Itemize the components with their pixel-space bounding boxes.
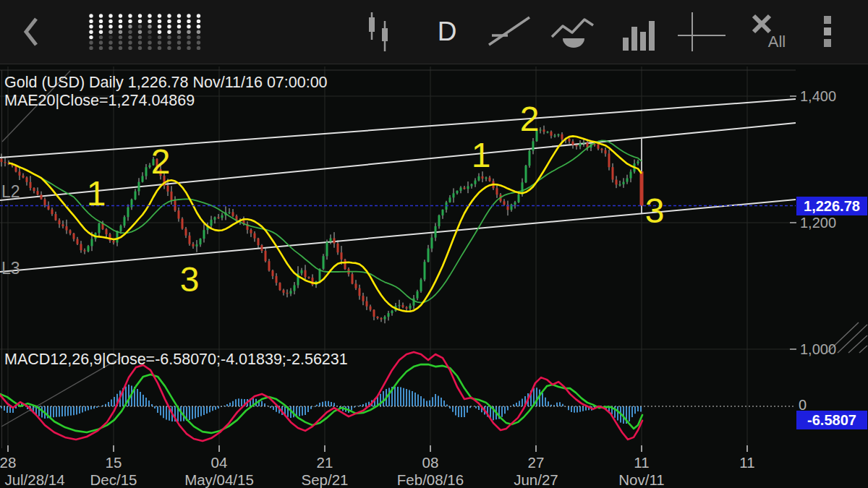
candle-body (37, 191, 39, 194)
candle-body (265, 251, 267, 261)
logo-dot (89, 30, 93, 34)
overflow-menu-button[interactable] (813, 0, 842, 64)
logo-dot (89, 14, 93, 17)
candle-body (294, 285, 296, 291)
wave-label[interactable]: 3 (180, 260, 200, 299)
logo-dot (167, 25, 171, 28)
macd-indicator-label: MACD12,26,9|Close=-6.58070;-4.01839;-2.5… (4, 351, 348, 368)
candle-body (308, 277, 310, 278)
logo-dot (187, 30, 190, 34)
clear-all-button[interactable]: All (744, 0, 793, 64)
candle-body (116, 231, 119, 243)
candle-body (113, 241, 115, 242)
candle-body (352, 274, 354, 283)
price-axis-label: 1,000 (800, 341, 836, 357)
candle-body (424, 262, 426, 279)
candle-body (442, 210, 444, 215)
logo-dot (138, 20, 142, 23)
last-price-badge-text: 1,226.78 (804, 198, 860, 214)
logo-dot (158, 46, 161, 50)
logo-dot (119, 14, 122, 17)
timeframe-button[interactable]: D (428, 0, 466, 64)
logo-dot (148, 46, 151, 50)
candle-body (268, 261, 271, 270)
candle-body (178, 210, 180, 218)
logo-dot (158, 30, 161, 34)
wave-label[interactable]: 2 (151, 142, 171, 181)
price-axis-label: 1,400 (800, 88, 836, 104)
logo-dot (158, 14, 161, 17)
logo-dot (99, 20, 103, 23)
logo-dot (119, 35, 122, 39)
crosshair-icon (673, 9, 733, 54)
candle-body (250, 230, 252, 234)
candle-body (138, 182, 140, 192)
candle-body (373, 310, 375, 317)
candle-body (55, 214, 57, 221)
volume-button[interactable] (619, 0, 660, 64)
logo-dot (177, 35, 181, 39)
candle-body (333, 238, 336, 243)
logo-dot (167, 14, 171, 17)
logo-dot (177, 14, 181, 17)
logo-dot (109, 25, 112, 28)
logo-dot (177, 46, 181, 50)
candle-body (420, 280, 422, 291)
candle-body (547, 132, 549, 132)
candle-body (576, 145, 578, 147)
candle-body (626, 179, 629, 182)
x-axis-day-label: 11 (634, 454, 649, 471)
candle-body (59, 221, 61, 225)
back-button[interactable] (13, 0, 49, 64)
app-logo[interactable] (81, 0, 211, 64)
logo-dot (197, 46, 200, 50)
last-candle-body (640, 171, 644, 205)
candle-body (171, 192, 173, 200)
candle-body (106, 229, 108, 234)
candle-body (529, 150, 531, 166)
wave-label[interactable]: 2 (520, 100, 540, 138)
logo-dot (197, 30, 200, 34)
x-axis-date-label: Nov/11 (618, 471, 664, 488)
wave-label[interactable]: 1 (472, 136, 491, 174)
candle-body (453, 193, 455, 197)
candle-body (254, 234, 256, 239)
chart-canvas[interactable]: L2L3 1,4001,2001,00028Jul/28/1415Dec/150… (0, 0, 868, 488)
candle-body (359, 288, 361, 296)
candle-body (167, 186, 169, 192)
candle-body (402, 305, 404, 307)
candle-body (558, 134, 560, 136)
wave-label[interactable]: 1 (87, 174, 106, 213)
logo-dot (138, 35, 142, 39)
candle-body (399, 305, 401, 306)
candle-body (362, 296, 365, 301)
logo-dot (109, 30, 112, 34)
candle-body (305, 270, 307, 277)
logo-dot (119, 20, 122, 23)
trendline-label[interactable]: L3 (1, 259, 20, 278)
candle-body (196, 244, 198, 247)
candle-body (69, 231, 72, 234)
trendline-icon (485, 12, 533, 52)
candle-body (554, 135, 556, 136)
wave-label[interactable]: 3 (645, 192, 665, 230)
logo-dot (158, 20, 161, 23)
candle-body (485, 178, 488, 179)
trendline-label[interactable]: L2 (1, 182, 20, 201)
candle-body (62, 224, 64, 226)
candle-body (482, 176, 484, 179)
logo-dot (89, 20, 93, 23)
x-axis-day-label: 15 (106, 454, 122, 471)
crosshair-button[interactable] (671, 0, 735, 64)
logo-dot (197, 35, 200, 39)
trendline-tool-button[interactable] (483, 0, 535, 64)
logo-dot (187, 14, 190, 17)
chart-style-button[interactable] (360, 0, 398, 64)
timeframe-label: D (438, 17, 457, 47)
candle-body (431, 238, 433, 249)
candle-body (417, 291, 419, 299)
candle-body (475, 181, 477, 184)
indicators-button[interactable] (545, 0, 600, 64)
logo-dot (119, 40, 122, 44)
candle-body (370, 307, 372, 310)
